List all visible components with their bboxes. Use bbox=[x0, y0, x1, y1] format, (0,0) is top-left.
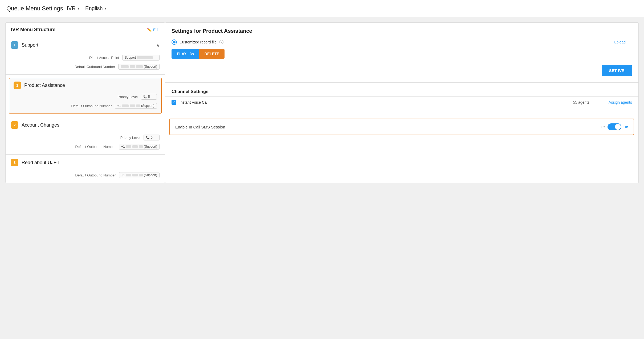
left-panel-header: IVR Menu Structure ✏️ Edit bbox=[6, 23, 165, 37]
support-badge: 1 bbox=[11, 41, 18, 49]
support-title-row: 1 Support bbox=[11, 41, 38, 49]
account-blur3 bbox=[139, 145, 143, 148]
help-icon[interactable]: ? bbox=[219, 40, 223, 44]
read-blur1 bbox=[126, 174, 131, 176]
phone-icon: 📞 bbox=[143, 95, 147, 99]
read-outbound-label: Default Outbound Number bbox=[75, 173, 116, 177]
account-badge: 2 bbox=[11, 121, 18, 129]
account-section-header: 2 Account Changes bbox=[6, 117, 165, 133]
toggle-on-label: On bbox=[623, 125, 628, 129]
language-chevron-icon: ▼ bbox=[104, 7, 107, 10]
settings-title: Settings for Product Assistance bbox=[165, 23, 638, 37]
support-name: Support bbox=[22, 42, 38, 48]
agents-count: 55 agents bbox=[573, 100, 590, 104]
support-collapse-icon[interactable]: ∧ bbox=[156, 43, 160, 48]
set-ivr-row: SET IVR bbox=[165, 61, 638, 80]
account-title-row: 2 Account Changes bbox=[11, 121, 59, 129]
account-blur1 bbox=[126, 145, 131, 148]
set-ivr-button[interactable]: SET IVR bbox=[602, 65, 632, 76]
main-content: IVR Menu Structure ✏️ Edit 1 Support ∧ D… bbox=[0, 17, 644, 188]
support-access-label: Direct Access Point bbox=[89, 56, 119, 60]
product-blur3 bbox=[136, 104, 140, 107]
product-name: Product Assistance bbox=[24, 83, 65, 88]
edit-pencil-icon: ✏️ bbox=[147, 28, 152, 32]
support-outbound-blur2 bbox=[130, 65, 135, 68]
upload-link[interactable]: Upload bbox=[614, 40, 626, 44]
support-outbound-label: Default Outbound Number bbox=[75, 65, 115, 69]
product-section[interactable]: 1 Product Assistance Priority Level 📞 5 … bbox=[9, 78, 162, 114]
play-button[interactable]: PLAY - 3s bbox=[172, 49, 199, 59]
support-outbound-blur3 bbox=[136, 65, 143, 68]
read-section-header: 3 Read about UJET bbox=[6, 155, 165, 171]
support-access-row: Direct Access Point Support bbox=[6, 53, 165, 62]
sms-toggle[interactable] bbox=[608, 123, 621, 130]
support-outbound-value: (Support) bbox=[118, 64, 160, 70]
account-priority-value: 📞 0 bbox=[144, 135, 160, 140]
page-header: Queue Menu Settings IVR ▼ English ▼ bbox=[0, 0, 644, 17]
sms-section: Enable In Call SMS Session Off On bbox=[169, 119, 634, 135]
toggle-off-label: Off bbox=[601, 125, 605, 129]
record-label: Customized record file bbox=[180, 40, 217, 44]
product-outbound-label: Default Outbound Number bbox=[71, 104, 112, 108]
account-outbound-value: +1 (Support) bbox=[119, 144, 160, 150]
toggle-thumb bbox=[615, 124, 621, 130]
radio-inner bbox=[173, 41, 176, 43]
ivr-dropdown[interactable]: IVR ▼ bbox=[65, 4, 81, 13]
assign-agents-button[interactable]: Assign agents bbox=[609, 100, 632, 104]
product-priority-label: Priority Level bbox=[118, 95, 138, 99]
check-icon: ✓ bbox=[173, 100, 175, 104]
read-blur3 bbox=[139, 174, 143, 176]
account-priority-row: Priority Level 📞 0 bbox=[6, 133, 165, 142]
product-badge: 1 bbox=[14, 82, 21, 89]
ivr-chevron-icon: ▼ bbox=[77, 7, 80, 10]
instant-voice-checkbox[interactable]: ✓ bbox=[172, 100, 176, 105]
support-section-header: 1 Support ∧ bbox=[6, 37, 165, 53]
account-priority-label: Priority Level bbox=[120, 136, 140, 140]
read-outbound-row: Default Outbound Number +1 (Support) bbox=[6, 171, 165, 180]
channel-settings-title: Channel Settings bbox=[165, 85, 638, 96]
divider-1 bbox=[165, 82, 638, 83]
account-outbound-label: Default Outbound Number bbox=[75, 145, 116, 149]
product-blur2 bbox=[130, 104, 135, 107]
right-panel: Settings for Product Assistance Customiz… bbox=[165, 22, 639, 183]
delete-button[interactable]: DELETE bbox=[199, 49, 225, 59]
account-outbound-row: Default Outbound Number +1 (Support) bbox=[6, 142, 165, 151]
edit-button[interactable]: ✏️ Edit bbox=[147, 28, 160, 32]
support-section: 1 Support ∧ Direct Access Point Support … bbox=[6, 37, 165, 75]
support-outbound-blur1 bbox=[121, 65, 129, 68]
action-buttons: PLAY - 3s DELETE bbox=[172, 49, 632, 59]
record-radio[interactable] bbox=[172, 39, 177, 45]
read-title-row: 3 Read about UJET bbox=[11, 159, 60, 166]
product-outbound-value: +1 (Support) bbox=[115, 103, 157, 109]
left-panel: IVR Menu Structure ✏️ Edit 1 Support ∧ D… bbox=[5, 22, 165, 183]
product-outbound-row: Default Outbound Number +1 (Support) bbox=[9, 101, 161, 110]
support-access-blur bbox=[137, 56, 153, 59]
product-priority-row: Priority Level 📞 5 bbox=[9, 92, 161, 101]
page-title: Queue Menu Settings bbox=[6, 5, 63, 12]
language-dropdown[interactable]: English ▼ bbox=[84, 4, 109, 13]
product-section-header: 1 Product Assistance bbox=[9, 78, 161, 92]
sms-label: Enable In Call SMS Session bbox=[175, 125, 601, 129]
record-file-row: Customized record file ? Upload bbox=[165, 37, 638, 47]
read-section: 3 Read about UJET Default Outbound Numbe… bbox=[6, 154, 165, 180]
spacer bbox=[165, 108, 638, 114]
account-blur2 bbox=[132, 145, 138, 148]
account-name: Account Changes bbox=[22, 122, 59, 128]
toggle-wrapper: Off On bbox=[601, 123, 628, 130]
ivr-menu-title: IVR Menu Structure bbox=[11, 27, 55, 33]
product-blur1 bbox=[122, 104, 129, 107]
account-phone-icon: 📞 bbox=[146, 136, 150, 139]
read-badge: 3 bbox=[11, 159, 18, 166]
support-outbound-row: Default Outbound Number (Support) bbox=[6, 62, 165, 71]
account-section: 2 Account Changes Priority Level 📞 0 Def… bbox=[6, 117, 165, 151]
product-title-row: 1 Product Assistance bbox=[14, 82, 65, 89]
read-outbound-value: +1 (Support) bbox=[119, 172, 160, 178]
read-name: Read about UJET bbox=[22, 160, 60, 166]
read-blur2 bbox=[132, 174, 138, 176]
instant-voice-row: ✓ Instant Voice Call 55 agents Assign ag… bbox=[165, 96, 638, 108]
instant-voice-label: Instant Voice Call bbox=[180, 100, 570, 104]
support-access-value: Support bbox=[122, 55, 160, 60]
product-priority-value: 📞 5 bbox=[141, 94, 157, 100]
